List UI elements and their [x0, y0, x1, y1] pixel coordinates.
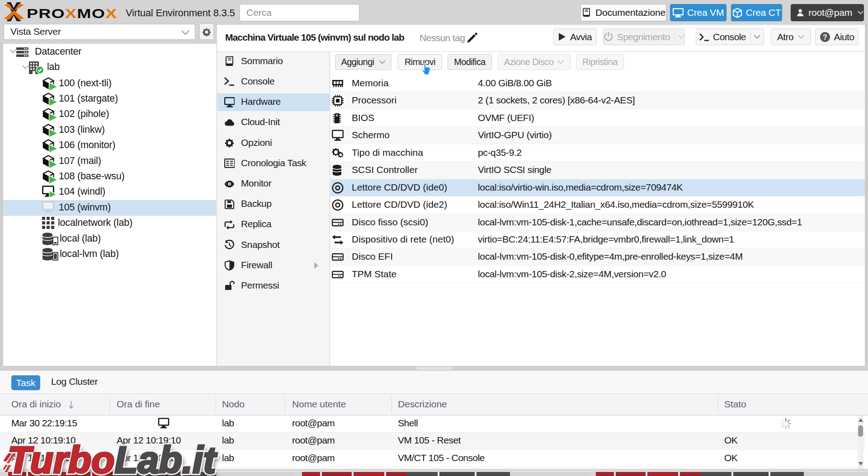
svg-text:?: ?	[823, 33, 827, 41]
